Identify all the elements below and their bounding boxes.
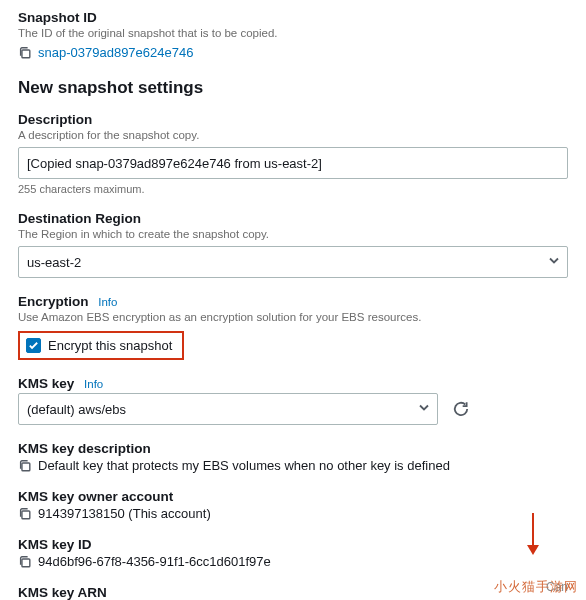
copy-icon[interactable] [18, 507, 32, 521]
svg-rect-1 [22, 462, 30, 470]
kms-desc-row: Default key that protects my EBS volumes… [18, 458, 568, 473]
kms-key-select[interactable]: (default) aws/ebs [18, 393, 438, 425]
encryption-label-text: Encryption [18, 294, 89, 309]
encryption-label: Encryption Info [18, 294, 568, 309]
kms-arn-block: KMS key ARN arn:aws:kms:us-east-2:914397… [18, 585, 568, 600]
kms-key-row: (default) aws/ebs [18, 393, 568, 425]
kms-key-block: KMS key Info (default) aws/ebs [18, 376, 568, 425]
kms-desc-value: Default key that protects my EBS volumes… [38, 458, 450, 473]
encryption-helper: Use Amazon EBS encryption as an encrypti… [18, 311, 568, 323]
svg-rect-3 [22, 558, 30, 566]
annotation-arrow-icon [524, 513, 542, 560]
region-label: Destination Region [18, 211, 568, 226]
description-block: Description A description for the snapsh… [18, 112, 568, 195]
region-helper: The Region in which to create the snapsh… [18, 228, 568, 240]
region-block: Destination Region The Region in which t… [18, 211, 568, 278]
copy-icon[interactable] [18, 46, 32, 60]
kms-key-label: KMS key Info [18, 376, 568, 391]
encrypt-checkbox-label: Encrypt this snapshot [48, 338, 172, 353]
encryption-info-link[interactable]: Info [98, 296, 117, 308]
copy-icon[interactable] [18, 459, 32, 473]
watermark: 小火猫手游网 [494, 578, 578, 596]
kms-desc-block: KMS key description Default key that pro… [18, 441, 568, 473]
kms-owner-row: 914397138150 (This account) [18, 506, 568, 521]
region-select-wrap: us-east-2 [18, 246, 568, 278]
kms-key-select-wrap: (default) aws/ebs [18, 393, 438, 425]
description-input[interactable] [18, 147, 568, 179]
kms-id-block: KMS key ID 94d6bf96-67f8-4356-91f1-6cc1d… [18, 537, 568, 569]
region-select[interactable]: us-east-2 [18, 246, 568, 278]
snapshot-id-link[interactable]: snap-0379ad897e624e746 [38, 45, 193, 60]
snapshot-id-block: Snapshot ID The ID of the original snaps… [18, 10, 568, 60]
encryption-block: Encryption Info Use Amazon EBS encryptio… [18, 294, 568, 360]
encrypt-checkbox[interactable] [26, 338, 41, 353]
group-title: New snapshot settings [18, 78, 568, 98]
kms-id-value: 94d6bf96-67f8-4356-91f1-6cc1d601f97e [38, 554, 271, 569]
snapshot-id-helper: The ID of the original snapshot that is … [18, 27, 568, 39]
kms-key-info-link[interactable]: Info [84, 378, 103, 390]
refresh-icon[interactable] [452, 400, 470, 418]
description-maxnote: 255 characters maximum. [18, 183, 568, 195]
description-helper: A description for the snapshot copy. [18, 129, 568, 141]
kms-owner-value: 914397138150 (This account) [38, 506, 211, 521]
description-label: Description [18, 112, 568, 127]
copy-icon[interactable] [18, 555, 32, 569]
snapshot-id-label: Snapshot ID [18, 10, 568, 25]
svg-rect-2 [22, 510, 30, 518]
kms-owner-block: KMS key owner account 914397138150 (This… [18, 489, 568, 521]
snapshot-id-row: snap-0379ad897e624e746 [18, 45, 568, 60]
kms-id-label: KMS key ID [18, 537, 568, 552]
svg-rect-0 [22, 49, 30, 57]
encrypt-highlight: Encrypt this snapshot [18, 331, 184, 360]
kms-id-row: 94d6bf96-67f8-4356-91f1-6cc1d601f97e [18, 554, 568, 569]
kms-owner-label: KMS key owner account [18, 489, 568, 504]
kms-desc-label: KMS key description [18, 441, 568, 456]
kms-key-label-text: KMS key [18, 376, 74, 391]
kms-arn-label: KMS key ARN [18, 585, 568, 600]
